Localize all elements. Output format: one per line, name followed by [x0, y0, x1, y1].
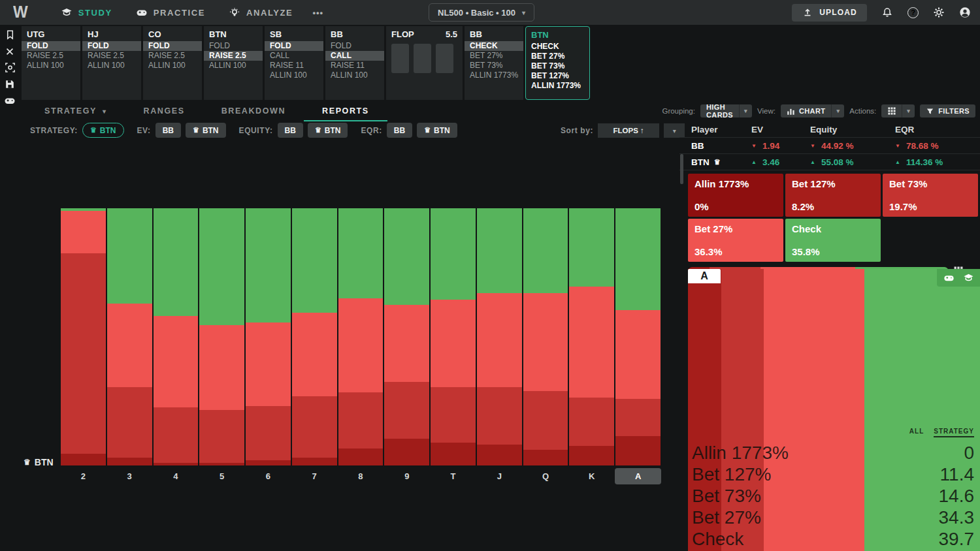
- action-option[interactable]: ALLIN 100: [82, 61, 141, 71]
- practice-gamepad-icon[interactable]: [3, 94, 16, 106]
- practice-mode-icon[interactable]: [943, 272, 955, 283]
- flop-card-slot[interactable]: [436, 44, 453, 73]
- action-option[interactable]: ALLIN 100: [204, 61, 263, 71]
- x-label-8[interactable]: 8: [338, 468, 384, 484]
- action-option[interactable]: FOLD: [143, 41, 202, 51]
- x-label-4[interactable]: 4: [153, 468, 199, 484]
- nav-more-menu[interactable]: •••: [312, 8, 323, 18]
- x-label-3[interactable]: 3: [106, 468, 153, 484]
- tab-breakdown[interactable]: BREAKDOWN: [203, 103, 304, 121]
- action-option[interactable]: RAISE 2.5: [82, 51, 141, 61]
- action-option[interactable]: FOLD: [265, 41, 323, 51]
- action-option[interactable]: BET 27%: [465, 51, 523, 61]
- tab-strategy[interactable]: STRATEGY ▾: [26, 103, 125, 121]
- position-column-sb-4[interactable]: SBFOLDCALLRAISE 11ALLIN 100: [265, 26, 323, 100]
- x-label-9[interactable]: 9: [384, 468, 430, 484]
- chart-bar-6[interactable]: [245, 208, 291, 466]
- position-column-utg-0[interactable]: UTGFOLDRAISE 2.5ALLIN 100: [22, 26, 80, 100]
- filter-toggle-bb[interactable]: BB: [155, 123, 181, 138]
- profile-avatar-icon[interactable]: [959, 7, 971, 18]
- action-option[interactable]: CALL: [265, 51, 323, 61]
- action-card-allin-1773-[interactable]: Allin 1773%0%: [688, 174, 783, 217]
- view-select[interactable]: CHART ▾: [781, 104, 844, 118]
- action-option[interactable]: FOLD: [325, 41, 384, 51]
- tab-reports[interactable]: REPORTS: [304, 103, 387, 121]
- action-option[interactable]: FOLD: [204, 41, 263, 51]
- action-option[interactable]: FOLD: [22, 41, 80, 51]
- position-column-co-2[interactable]: COFOLDRAISE 2.5ALLIN 100: [143, 26, 202, 100]
- upload-button[interactable]: UPLOAD: [792, 4, 867, 22]
- x-label-5[interactable]: 5: [199, 468, 245, 484]
- filter-toggle-btn[interactable]: ♛BTN: [308, 123, 348, 138]
- nav-practice[interactable]: PRACTICE: [136, 7, 205, 18]
- filter-toggle-bb[interactable]: BB: [387, 123, 412, 138]
- save-icon[interactable]: [3, 78, 16, 90]
- screenshot-icon[interactable]: [3, 61, 16, 74]
- x-label-T[interactable]: T: [430, 468, 476, 484]
- chart-bar-5[interactable]: [199, 208, 245, 466]
- table-row-bb[interactable]: BB▼1.94▼44.92 %▼78.68 %: [679, 138, 980, 154]
- x-label-7[interactable]: 7: [291, 468, 338, 484]
- nav-study[interactable]: STUDY: [61, 7, 112, 18]
- action-option[interactable]: BET 27%: [526, 52, 589, 61]
- action-option[interactable]: RAISE 2.5: [204, 51, 263, 61]
- study-mode-icon[interactable]: [963, 272, 974, 283]
- bell-icon[interactable]: [881, 7, 893, 18]
- chart-bar-3[interactable]: [106, 208, 153, 466]
- sort-by-button[interactable]: FLOPS ↑: [598, 123, 659, 138]
- nav-analyze[interactable]: ANALYZE: [229, 7, 293, 18]
- filter-toggle-bb[interactable]: BB: [278, 123, 303, 138]
- flop-card-slot[interactable]: [414, 44, 431, 73]
- actions-select[interactable]: ▾: [881, 104, 915, 118]
- flop-card-slot[interactable]: [391, 44, 409, 73]
- filter-toggle-btn[interactable]: ♛BTN: [417, 123, 457, 138]
- x-label-2[interactable]: 2: [60, 468, 106, 484]
- filter-toggle-btn[interactable]: ♛BTN: [186, 123, 226, 138]
- position-column-hj-1[interactable]: HJFOLDRAISE 2.5ALLIN 100: [82, 26, 141, 100]
- help-icon[interactable]: ?: [907, 7, 919, 18]
- gear-icon[interactable]: [933, 7, 945, 18]
- detail-tab-all[interactable]: ALL: [909, 428, 924, 437]
- action-option[interactable]: CHECK: [465, 41, 523, 51]
- chart-bar-Q[interactable]: [523, 208, 569, 466]
- x-label-Q[interactable]: Q: [523, 468, 569, 484]
- close-icon[interactable]: [3, 45, 16, 57]
- chart-bar-T[interactable]: [430, 208, 476, 466]
- position-column-btn-3[interactable]: BTNFOLDRAISE 2.5ALLIN 100: [204, 26, 263, 100]
- grouping-select[interactable]: HIGH CARDS ▾: [700, 104, 752, 118]
- position-column-bb-7[interactable]: BBCHECKBET 27%BET 73%ALLIN 1773%: [465, 26, 523, 100]
- x-label-6[interactable]: 6: [245, 468, 291, 484]
- app-logo[interactable]: W: [13, 3, 27, 22]
- tab-ranges[interactable]: RANGES: [125, 103, 203, 121]
- chart-bar-8[interactable]: [338, 208, 384, 466]
- action-option[interactable]: ALLIN 100: [265, 71, 323, 80]
- action-option[interactable]: CALL: [325, 51, 384, 61]
- action-option[interactable]: BET 73%: [465, 61, 523, 71]
- position-column-btn-8[interactable]: BTNCHECKBET 27%BET 73%BET 127%ALLIN 1773…: [525, 26, 590, 100]
- detail-tab-strategy[interactable]: STRATEGY: [934, 428, 974, 437]
- chart-bar-2[interactable]: [60, 208, 106, 466]
- action-option[interactable]: CHECK: [526, 42, 589, 52]
- action-option[interactable]: RAISE 2.5: [22, 51, 80, 61]
- chart-bar-4[interactable]: [153, 208, 199, 466]
- action-option[interactable]: ALLIN 100: [325, 71, 384, 80]
- bookmark-icon[interactable]: [3, 29, 16, 41]
- x-label-J[interactable]: J: [476, 468, 523, 484]
- chart-bar-7[interactable]: [291, 208, 338, 466]
- action-option[interactable]: FOLD: [82, 41, 141, 51]
- action-card-bet-127-[interactable]: Bet 127%8.2%: [785, 174, 881, 217]
- x-label-A[interactable]: A: [615, 468, 661, 484]
- action-option[interactable]: BET 73%: [526, 61, 589, 71]
- position-column-bb-5[interactable]: BBFOLDCALLRAISE 11ALLIN 100: [325, 26, 384, 100]
- table-scrollbar[interactable]: [680, 154, 683, 184]
- action-card-check[interactable]: Check35.8%: [785, 219, 881, 262]
- table-row-btn[interactable]: BTN♛▲3.46▲55.08 %▲114.36 %: [679, 154, 980, 170]
- action-option[interactable]: BET 127%: [526, 71, 589, 81]
- action-option[interactable]: ALLIN 1773%: [465, 71, 523, 80]
- action-option[interactable]: RAISE 11: [265, 61, 323, 71]
- solution-selector[interactable]: NL500 • Basic • 100 ▾: [429, 3, 534, 22]
- action-option[interactable]: ALLIN 100: [143, 61, 202, 71]
- filter-toggle-btn[interactable]: ♛BTN: [82, 123, 124, 138]
- filters-button[interactable]: FILTERS: [920, 104, 975, 118]
- chart-bar-A[interactable]: [615, 208, 661, 466]
